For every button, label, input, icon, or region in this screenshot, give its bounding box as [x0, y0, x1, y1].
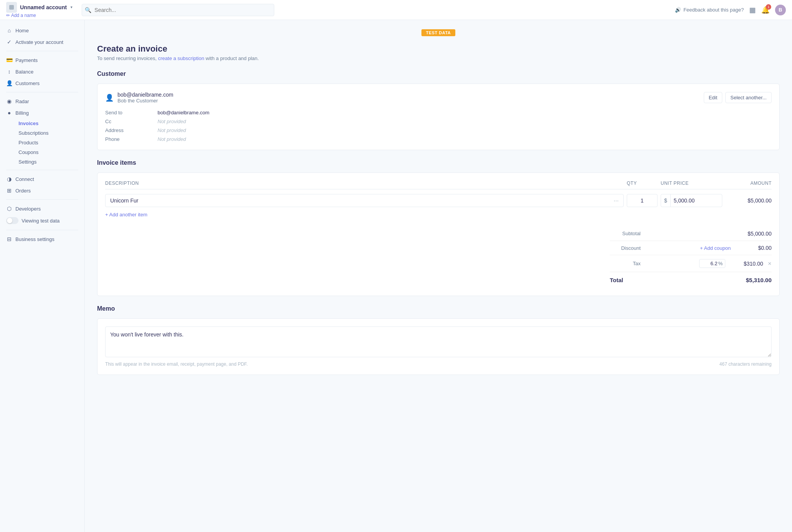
item-description-wrapper: ⋯ — [105, 194, 624, 207]
customer-details: Send to bob@danielbrame.com Cc Not provi… — [105, 110, 772, 142]
amount-col-header: Amount — [725, 181, 772, 186]
memo-hint: This will appear in the invoice email, r… — [105, 361, 772, 367]
sidebar-divider-4 — [6, 199, 78, 200]
connect-icon: ◑ — [6, 176, 12, 182]
sidebar-divider-2 — [6, 92, 78, 92]
memo-textarea[interactable]: You won't live forever with this. — [105, 326, 772, 357]
item-amount: $5,000.00 — [725, 197, 772, 204]
add-name-link[interactable]: ✏ Add a name — [6, 13, 72, 18]
sidebar-label-orders: Orders — [15, 188, 31, 194]
tax-remove-button[interactable]: ✕ — [768, 261, 772, 266]
phone-row: Phone Not provided — [105, 136, 772, 142]
customer-section-label: Customer — [97, 70, 780, 77]
payments-icon: 💳 — [6, 57, 12, 63]
address-row: Address Not provided — [105, 127, 772, 133]
sidebar-label-connect: Connect — [15, 176, 34, 182]
item-qty-input[interactable] — [627, 194, 658, 207]
sidebar-sub-subscriptions[interactable]: Subscriptions — [15, 128, 84, 138]
sidebar-sub-coupons[interactable]: Coupons — [15, 147, 84, 157]
account-dropdown-icon: ▾ — [70, 5, 72, 9]
notification-badge: 1 — [766, 4, 771, 10]
sidebar-label-customers: Customers — [15, 80, 40, 86]
sidebar-item-developers[interactable]: ⬡ Developers — [0, 203, 84, 214]
add-coupon-button[interactable]: + Add coupon — [700, 245, 731, 251]
expand-icon[interactable]: ⋯ — [612, 196, 620, 205]
customers-icon: 👤 — [6, 80, 12, 86]
account-icon — [6, 2, 17, 13]
feedback-button[interactable]: 🔊 Feedback about this page? — [675, 7, 744, 13]
cc-label: Cc — [105, 119, 151, 124]
cc-value: Not provided — [158, 119, 186, 124]
send-to-value: bob@danielbrame.com — [158, 110, 210, 115]
svg-rect-0 — [9, 5, 14, 10]
sidebar-sub-products[interactable]: Products — [15, 138, 84, 147]
invoice-table-header: Description Qty Unit price Amount — [105, 181, 772, 189]
sidebar-item-connect[interactable]: ◑ Connect — [0, 173, 84, 185]
tax-pct-symbol: % — [718, 261, 723, 266]
total-value: $5,310.00 — [746, 277, 772, 283]
sidebar-item-activate[interactable]: ✓ Activate your account — [0, 36, 84, 48]
search-bar: 🔍 — [82, 4, 274, 16]
subtitle-end: with a product and plan. — [206, 55, 259, 61]
sidebar-item-radar[interactable]: ◉ Radar — [0, 95, 84, 107]
sidebar-item-orders[interactable]: ⊞ Orders — [0, 185, 84, 196]
home-icon: ⌂ — [6, 27, 12, 33]
sidebar-sub-invoices[interactable]: Invoices — [15, 119, 84, 128]
add-item-button[interactable]: + Add another item — [105, 212, 148, 217]
search-input[interactable] — [82, 4, 274, 16]
user-avatar[interactable]: B — [775, 5, 786, 15]
sidebar-item-balance[interactable]: ↕ Balance — [0, 66, 84, 77]
test-data-toggle[interactable] — [6, 217, 18, 224]
address-label: Address — [105, 127, 151, 133]
total-label: Total — [610, 277, 623, 283]
discount-value: $0.00 — [737, 245, 772, 251]
edit-customer-button[interactable]: Edit — [704, 92, 722, 103]
sidebar-item-business-settings[interactable]: ⊟ Business settings — [0, 233, 84, 245]
address-value: Not provided — [158, 127, 186, 133]
search-icon: 🔍 — [85, 7, 91, 13]
sidebar-item-payments[interactable]: 💳 Payments — [0, 54, 84, 66]
orders-icon: ⊞ — [6, 187, 12, 194]
price-input-wrap: $ — [661, 194, 722, 207]
customer-section: Customer 👤 bob@danielbrame.com Bob the C… — [97, 70, 780, 150]
toggle-knob — [7, 218, 12, 223]
memo-hint-text: This will appear in the invoice email, r… — [105, 361, 248, 367]
unit-price-input[interactable] — [671, 194, 709, 207]
sidebar-label-developers: Developers — [15, 206, 41, 212]
sidebar-item-billing[interactable]: ● Billing — [0, 107, 84, 119]
feedback-icon: 🔊 — [675, 7, 681, 13]
sidebar-label-billing: Billing — [15, 110, 29, 116]
item-description-input[interactable] — [110, 194, 612, 207]
sidebar-divider-5 — [6, 230, 78, 230]
invoice-items-label: Invoice items — [97, 159, 780, 166]
sidebar-label-home: Home — [15, 28, 29, 33]
subtitle-text: To send recurring invoices, — [97, 55, 157, 61]
sidebar-item-customers[interactable]: 👤 Customers — [0, 77, 84, 89]
memo-section: Memo You won't live forever with this. T… — [97, 305, 780, 375]
tax-label: Tax — [610, 261, 641, 266]
billing-icon: ● — [6, 110, 12, 116]
subscription-link[interactable]: create a subscription — [158, 55, 204, 61]
check-icon: ✓ — [6, 39, 12, 45]
grid-icon-button[interactable]: ▦ — [749, 6, 756, 14]
memo-label: Memo — [97, 305, 780, 312]
customer-info: 👤 bob@danielbrame.com Bob the Customer — [105, 92, 698, 104]
developers-icon: ⬡ — [6, 206, 12, 212]
customer-person-icon: 👤 — [105, 94, 114, 102]
account-selector[interactable]: Unnamed account ▾ — [6, 2, 72, 13]
memo-chars-remaining: 467 characters remaining — [720, 361, 772, 367]
send-to-row: Send to bob@danielbrame.com — [105, 110, 772, 115]
desc-col-header: Description — [105, 181, 624, 186]
select-another-button[interactable]: Select another... — [725, 92, 772, 103]
sidebar-item-home[interactable]: ⌂ Home — [0, 25, 84, 36]
notification-button[interactable]: 🔔 1 — [761, 6, 770, 14]
sidebar-divider-1 — [6, 51, 78, 51]
tax-rate-input[interactable] — [702, 261, 717, 266]
test-data-toggle-row: Viewing test data — [0, 214, 84, 227]
phone-label: Phone — [105, 136, 151, 142]
currency-symbol: $ — [661, 194, 671, 207]
tax-input-wrap: % — [699, 259, 725, 268]
sidebar-label-radar: Radar — [15, 99, 29, 104]
memo-card: You won't live forever with this. This w… — [97, 318, 780, 375]
sidebar-sub-settings[interactable]: Settings — [15, 157, 84, 167]
